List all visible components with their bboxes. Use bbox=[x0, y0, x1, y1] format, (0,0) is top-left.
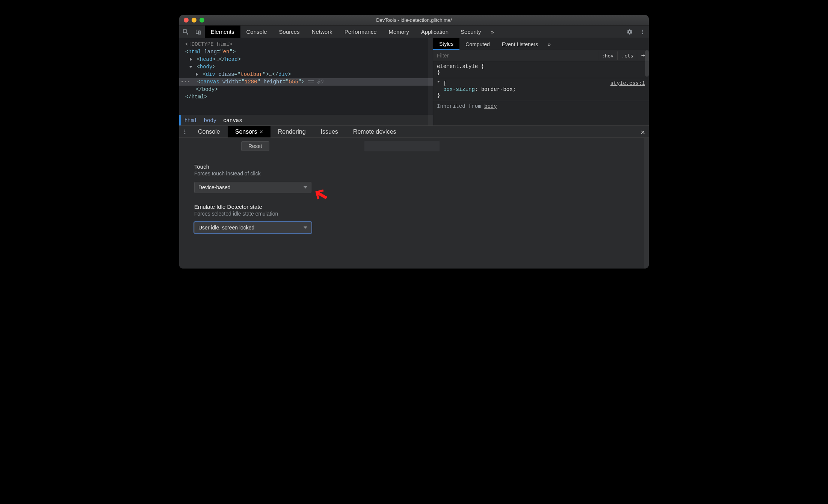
idle-title: Emulate Idle Detector state bbox=[194, 204, 634, 210]
drawer-tab-sensors[interactable]: Sensors × bbox=[228, 126, 270, 137]
tab-console[interactable]: Console bbox=[240, 26, 273, 38]
element-style-close: } bbox=[437, 69, 440, 75]
close-tab-icon[interactable]: × bbox=[259, 128, 263, 135]
star-rule[interactable]: style.css:1 * { box-sizing: border-box; … bbox=[433, 78, 649, 98]
drawer-tab-rendering[interactable]: Rendering bbox=[270, 126, 313, 137]
idle-select-value: User idle, screen locked bbox=[198, 225, 254, 231]
svg-point-8 bbox=[184, 133, 186, 134]
crumb-canvas[interactable]: canvas bbox=[223, 118, 242, 124]
tab-security[interactable]: Security bbox=[455, 26, 487, 38]
tag-head: head bbox=[200, 56, 213, 62]
touch-select-value: Device-based bbox=[198, 184, 231, 190]
tab-network[interactable]: Network bbox=[306, 26, 338, 38]
toolbar-right bbox=[623, 26, 649, 38]
drawer: Console Sensors × Rendering Issues Remot… bbox=[179, 125, 649, 269]
styles-tabs: Styles Computed Event Listeners » bbox=[433, 38, 649, 50]
dom-html-close[interactable]: </html> bbox=[179, 93, 433, 101]
dom-head[interactable]: <head>…</head> bbox=[179, 56, 433, 63]
crumb-html[interactable]: html bbox=[184, 118, 197, 124]
tag-div: div bbox=[206, 71, 215, 77]
selection-hint: == $0 bbox=[308, 79, 323, 85]
crumb-body[interactable]: body bbox=[204, 118, 217, 124]
drawer-tab-console[interactable]: Console bbox=[190, 126, 228, 137]
sensors-panel: Reset Touch Forces touch instead of clic… bbox=[179, 138, 649, 269]
tab-sources[interactable]: Sources bbox=[273, 26, 306, 38]
window-minimize-button[interactable] bbox=[192, 18, 196, 23]
kebab-menu-icon[interactable] bbox=[636, 26, 649, 38]
window-controls bbox=[179, 18, 204, 23]
prop-box-sizing[interactable]: box-sizing bbox=[443, 86, 475, 92]
attr-width: width bbox=[222, 79, 238, 85]
drawer-tabs: Console Sensors × Rendering Issues Remot… bbox=[179, 126, 649, 138]
gutter-more-icon[interactable]: ••• bbox=[179, 79, 190, 85]
drawer-close-icon[interactable]: × bbox=[641, 128, 645, 137]
styles-tabs-overflow-icon[interactable]: » bbox=[544, 38, 555, 50]
val-border-box[interactable]: border-box bbox=[481, 86, 513, 92]
tab-elements[interactable]: Elements bbox=[205, 26, 240, 38]
main-panels: <!DOCTYPE html> <html lang="en"> <head>…… bbox=[179, 38, 649, 125]
drawer-menu-icon[interactable] bbox=[179, 126, 190, 137]
elements-panel[interactable]: <!DOCTYPE html> <html lang="en"> <head>…… bbox=[179, 38, 433, 125]
orientation-row: Reset bbox=[179, 138, 649, 153]
window-title: DevTools - idle-detection.glitch.me/ bbox=[179, 17, 649, 23]
style-rules[interactable]: element.style { } style.css:1 * { box-si… bbox=[433, 61, 649, 101]
expand-head-icon[interactable] bbox=[190, 57, 192, 61]
toggle-device-toolbar-icon[interactable] bbox=[192, 26, 205, 38]
dom-html-open[interactable]: <html lang="en"> bbox=[179, 48, 433, 56]
dom-div-toolbar[interactable]: <div class="toolbar">…</div> bbox=[179, 71, 433, 78]
expand-div-icon[interactable] bbox=[196, 72, 198, 76]
dom-body-open[interactable]: <body> bbox=[179, 63, 433, 71]
styles-new-rule-button[interactable]: + bbox=[637, 51, 649, 60]
tab-performance[interactable]: Performance bbox=[338, 26, 383, 38]
caret-down-icon bbox=[304, 186, 307, 189]
tabs-overflow-icon[interactable]: » bbox=[487, 26, 497, 38]
svg-point-4 bbox=[642, 31, 643, 32]
ellipsis: … bbox=[216, 56, 219, 62]
tab-application[interactable]: Application bbox=[415, 26, 455, 38]
attr-lang: lang bbox=[204, 49, 217, 55]
element-style-open: element.style { bbox=[437, 63, 484, 69]
devtools-tabs: Elements Console Sources Network Perform… bbox=[205, 26, 623, 38]
styles-filter-input[interactable] bbox=[433, 50, 598, 61]
dom-canvas-selected[interactable]: ••• <canvas width="1280" height="555"> =… bbox=[179, 78, 433, 86]
inherited-from-link[interactable]: body bbox=[484, 103, 497, 109]
tag-body: body bbox=[200, 64, 213, 70]
val-width: 1280 bbox=[245, 79, 257, 85]
touch-title: Touch bbox=[194, 163, 634, 170]
window-zoom-button[interactable] bbox=[199, 18, 204, 23]
inherited-from-row: Inherited from body bbox=[433, 101, 649, 112]
collapse-body-icon[interactable] bbox=[189, 66, 193, 68]
drawer-tab-remote-devices[interactable]: Remote devices bbox=[346, 126, 404, 137]
window-titlebar: DevTools - idle-detection.glitch.me/ bbox=[179, 15, 649, 26]
inherited-label: Inherited from bbox=[437, 103, 481, 109]
element-style-rule[interactable]: element.style { } bbox=[437, 63, 645, 75]
tab-memory[interactable]: Memory bbox=[383, 26, 415, 38]
rule-source-link[interactable]: style.css:1 bbox=[610, 80, 645, 86]
settings-gear-icon[interactable] bbox=[623, 26, 636, 38]
styles-hov-toggle[interactable]: :hov bbox=[598, 51, 617, 60]
styles-tab-computed[interactable]: Computed bbox=[459, 38, 496, 50]
styles-cls-toggle[interactable]: .cls bbox=[617, 51, 637, 60]
dom-breadcrumb: html body canvas bbox=[179, 115, 433, 125]
val-toolbar: toolbar bbox=[240, 71, 263, 77]
tag-html: html bbox=[188, 49, 201, 55]
touch-select[interactable]: Device-based bbox=[194, 182, 311, 193]
svg-point-7 bbox=[184, 131, 186, 132]
val-height: 555 bbox=[289, 79, 298, 85]
dom-doctype[interactable]: <!DOCTYPE html> bbox=[179, 41, 433, 48]
idle-state-select[interactable]: User idle, screen locked bbox=[194, 222, 311, 233]
idle-section: Emulate Idle Detector state Forces selec… bbox=[179, 193, 649, 233]
dom-body-close[interactable]: </body> bbox=[179, 86, 433, 93]
doctype-text: <!DOCTYPE html> bbox=[185, 41, 233, 47]
tag-canvas: canvas bbox=[200, 79, 219, 85]
drawer-tab-issues[interactable]: Issues bbox=[313, 126, 346, 137]
attr-height: height bbox=[263, 79, 282, 85]
styles-filter-row: :hov .cls + bbox=[433, 50, 649, 61]
styles-tab-events[interactable]: Event Listeners bbox=[496, 38, 544, 50]
svg-point-3 bbox=[642, 30, 643, 31]
styles-tab-styles[interactable]: Styles bbox=[433, 38, 459, 50]
window-close-button[interactable] bbox=[184, 18, 189, 23]
inspect-element-icon[interactable] bbox=[179, 26, 192, 38]
orientation-preview bbox=[364, 141, 440, 151]
orientation-reset-button[interactable]: Reset bbox=[241, 141, 269, 151]
